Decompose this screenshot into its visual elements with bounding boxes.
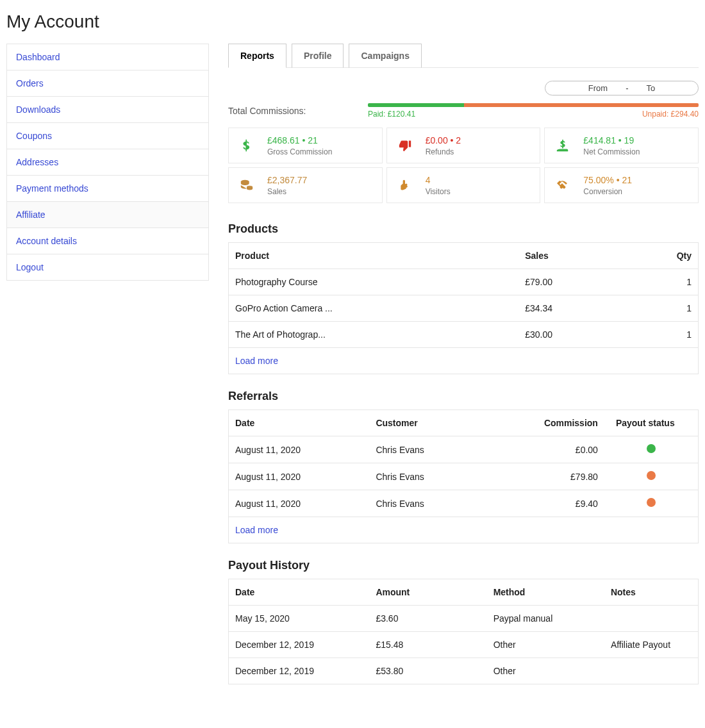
stat-sales-label: Sales xyxy=(267,187,307,196)
commissions-bar xyxy=(368,103,699,107)
sidebar-item-downloads[interactable]: Downloads xyxy=(7,97,208,123)
sidebar-item-logout[interactable]: Logout xyxy=(7,254,208,280)
cell-sales: £79.00 xyxy=(518,269,624,295)
products-load-more[interactable]: Load more xyxy=(229,348,699,374)
cell-amount: £15.48 xyxy=(369,632,486,658)
stat-visitors-label: Visitors xyxy=(426,187,451,196)
cell-customer: Chris Evans xyxy=(369,463,486,490)
table-row: GoPro Action Camera ...£34.341 xyxy=(229,295,699,322)
sidebar-item-account-details[interactable]: Account details xyxy=(7,228,208,254)
col-method: Method xyxy=(487,579,604,606)
cell-date: August 11, 2020 xyxy=(229,463,370,490)
stat-net-label: Net Commission xyxy=(583,147,640,156)
table-row: August 11, 2020Chris Evans£0.00 xyxy=(229,436,699,463)
payouts-title: Payout History xyxy=(228,559,699,572)
cell-amount: £53.80 xyxy=(369,658,486,684)
date-range-picker[interactable]: From - To xyxy=(545,81,699,95)
cell-commission: £0.00 xyxy=(487,436,604,463)
cell-sales: £30.00 xyxy=(518,322,624,348)
table-row: December 12, 2019£15.48OtherAffiliate Pa… xyxy=(229,632,699,658)
sidebar-item-orders[interactable]: Orders xyxy=(7,70,208,97)
stat-net-value: £414.81 • 19 xyxy=(583,135,640,145)
status-dot-icon xyxy=(647,498,656,507)
stat-gross-label: Gross Commission xyxy=(267,147,332,156)
status-dot-icon xyxy=(647,471,656,480)
coins-icon xyxy=(238,176,256,194)
dollar-sign-icon xyxy=(238,136,256,154)
date-from-label: From xyxy=(588,83,608,93)
cell-product: Photography Course xyxy=(229,269,519,295)
cell-amount: £3.60 xyxy=(369,606,486,632)
sidebar-item-addresses[interactable]: Addresses xyxy=(7,149,208,176)
cell-qty: 1 xyxy=(624,322,698,348)
col-qty: Qty xyxy=(624,243,698,269)
cell-method: Paypal manual xyxy=(487,606,604,632)
stat-visitors: 4Visitors xyxy=(386,167,541,203)
sidebar-item-payment-methods[interactable]: Payment methods xyxy=(7,176,208,202)
affiliate-tabs: ReportsProfileCampaigns xyxy=(228,44,699,68)
date-to-label: To xyxy=(646,83,655,93)
stat-gross-value: £468.61 • 21 xyxy=(267,135,332,145)
cell-status xyxy=(604,490,699,517)
main-content: ReportsProfileCampaigns From - To Total … xyxy=(228,44,699,684)
table-row: August 11, 2020Chris Evans£79.80 xyxy=(229,463,699,490)
col-customer: Customer xyxy=(369,410,486,436)
cell-qty: 1 xyxy=(624,269,698,295)
cell-method: Other xyxy=(487,658,604,684)
stat-net: £414.81 • 19Net Commission xyxy=(544,128,699,163)
cell-date: December 12, 2019 xyxy=(229,632,370,658)
stat-sales-value: £2,367.77 xyxy=(267,175,307,185)
sidebar-item-dashboard[interactable]: Dashboard xyxy=(7,44,208,70)
referrals-title: Referrals xyxy=(228,390,699,403)
hand-money-icon xyxy=(554,136,572,154)
page-title: My Account xyxy=(6,12,699,32)
cell-status xyxy=(604,463,699,490)
stat-visitors-value: 4 xyxy=(426,175,451,185)
referrals-load-more[interactable]: Load more xyxy=(229,517,699,543)
cell-commission: £79.80 xyxy=(487,463,604,490)
tab-profile[interactable]: Profile xyxy=(292,44,344,68)
col-status: Payout status xyxy=(604,410,699,436)
table-row: December 12, 2019£53.80Other xyxy=(229,658,699,684)
stat-conversion-value: 75.00% • 21 xyxy=(583,175,632,185)
stat-conversion: 75.00% • 21Conversion xyxy=(544,167,699,203)
table-row: August 11, 2020Chris Evans£9.40 xyxy=(229,490,699,517)
table-row: The Art of Photograp...£30.001 xyxy=(229,322,699,348)
referrals-table: Date Customer Commission Payout status A… xyxy=(228,410,699,543)
col-notes: Notes xyxy=(604,579,699,606)
col-date: Date xyxy=(229,410,370,436)
date-sep: - xyxy=(626,83,628,93)
cell-date: August 11, 2020 xyxy=(229,490,370,517)
hand-pointer-icon xyxy=(396,176,414,194)
table-row: Photography Course£79.001 xyxy=(229,269,699,295)
unpaid-label: Unpaid: £294.40 xyxy=(642,110,699,119)
payouts-table: Date Amount Method Notes May 15, 2020£3.… xyxy=(228,579,699,684)
stat-refunds: £0.00 • 2Refunds xyxy=(386,128,541,163)
paid-label: Paid: £120.41 xyxy=(368,110,415,119)
cell-qty: 1 xyxy=(624,295,698,322)
cell-customer: Chris Evans xyxy=(369,490,486,517)
cell-customer: Chris Evans xyxy=(369,436,486,463)
stat-gross: £468.61 • 21Gross Commission xyxy=(228,128,383,163)
stat-sales: £2,367.77Sales xyxy=(228,167,383,203)
stats-grid: £468.61 • 21Gross Commission£0.00 • 2Ref… xyxy=(228,128,699,203)
table-row: May 15, 2020£3.60Paypal manual xyxy=(229,606,699,632)
total-commissions-label: Total Commissions: xyxy=(228,106,356,116)
tab-campaigns[interactable]: Campaigns xyxy=(349,44,421,68)
stat-conversion-label: Conversion xyxy=(583,187,632,196)
cell-product: GoPro Action Camera ... xyxy=(229,295,519,322)
col-commission: Commission xyxy=(487,410,604,436)
cell-date: May 15, 2020 xyxy=(229,606,370,632)
thumbs-down-icon xyxy=(396,136,414,154)
col-payout-date: Date xyxy=(229,579,370,606)
stat-refunds-label: Refunds xyxy=(426,147,461,156)
cell-method: Other xyxy=(487,632,604,658)
sidebar-item-coupons[interactable]: Coupons xyxy=(7,123,208,149)
col-sales: Sales xyxy=(518,243,624,269)
status-dot-icon xyxy=(647,444,656,453)
cell-product: The Art of Photograp... xyxy=(229,322,519,348)
cell-notes xyxy=(604,658,699,684)
tab-reports[interactable]: Reports xyxy=(228,44,286,68)
cell-status xyxy=(604,436,699,463)
sidebar-item-affiliate[interactable]: Affiliate xyxy=(7,202,208,228)
